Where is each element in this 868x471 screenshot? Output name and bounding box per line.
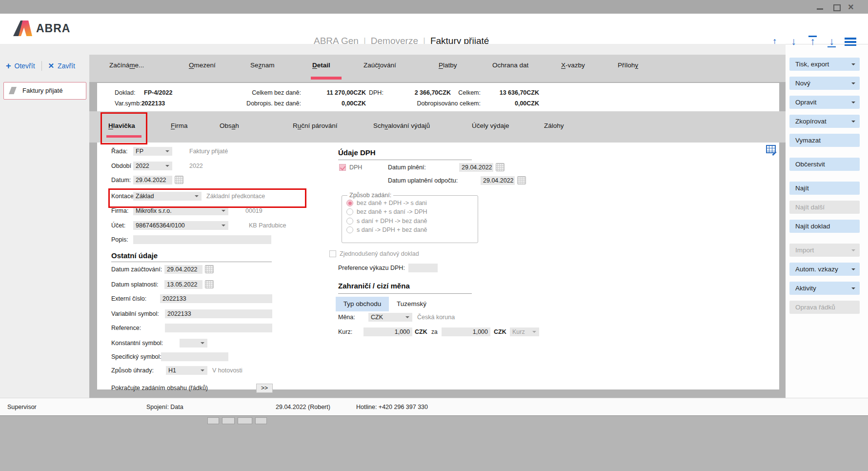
specificky-symbol-input[interactable] — [161, 352, 228, 361]
zkopirovat-button[interactable]: Zkopírovat — [789, 115, 860, 128]
dobropisovano-label: Dobropisováno celkem: — [412, 100, 481, 107]
mena-select[interactable]: CZK — [368, 313, 412, 322]
subtab-ucely-vydaje[interactable]: Účely výdaje — [472, 122, 509, 129]
tisk-export-button[interactable]: Tisk, export — [789, 58, 860, 71]
status-user: Supervisor — [7, 404, 37, 410]
open-button[interactable]: Otevřít — [15, 62, 35, 70]
calendar-icon[interactable] — [175, 176, 183, 184]
radio-icon — [346, 226, 353, 233]
radio-s-dani-dph-bez-dane[interactable]: s daní + DPH -> bez daně — [346, 218, 427, 225]
najit-button[interactable]: Najít — [789, 182, 860, 195]
tab-ochrana-dat[interactable]: Ochrana dat — [492, 61, 528, 69]
close-button[interactable]: Zavřít — [58, 62, 75, 70]
rada-select[interactable]: FP — [133, 147, 172, 156]
subtab-schvalovani-vydaju[interactable]: Schvalování výdajů — [373, 122, 430, 129]
section-rule — [338, 293, 472, 294]
radio-s-dani-dph-plus-bez-dane[interactable]: s daní -> DPH + bez daně — [346, 226, 427, 233]
reference-input[interactable] — [165, 324, 272, 332]
datum-plneni-input[interactable]: 29.04.2022 — [459, 163, 493, 172]
sidebar-item-faktury-prijate[interactable]: Faktury přijaté — [3, 82, 86, 100]
obcerstvit-button[interactable]: Občerstvit — [789, 158, 860, 171]
main-panel: Začínáme... Omezení Seznam Detail Zaúčto… — [89, 55, 786, 398]
tab-platby[interactable]: Platby — [439, 61, 457, 69]
zpusob-uhrady-select[interactable]: H1 — [166, 366, 207, 375]
zjednoduseny-label: Zjednodušený daňový doklad — [340, 249, 419, 258]
tab-detail[interactable]: Detail — [312, 61, 330, 69]
autom-vzkazy-button[interactable]: Autom. vzkazy — [789, 263, 860, 276]
subtab-hlavicka[interactable]: Hlavička — [108, 122, 135, 129]
externi-cislo-input[interactable]: 2022133 — [160, 294, 272, 303]
tab-prilohy[interactable]: Přílohy — [618, 61, 638, 69]
popis-input[interactable] — [133, 235, 271, 244]
agenda-icon — [9, 87, 17, 94]
last-record-icon[interactable]: ↓ — [826, 35, 838, 48]
detail-sub-tab-bar: Hlavička Firma Obsah Ruční párování Schv… — [89, 111, 786, 143]
subtab-zalohy[interactable]: Zálohy — [544, 122, 564, 129]
kontace-select[interactable]: Základ — [133, 192, 202, 201]
datum-input[interactable]: 29.04.2022 — [133, 176, 172, 184]
obdobi-select[interactable]: 2022 — [133, 162, 172, 170]
preference-vykazu-input[interactable] — [408, 264, 438, 272]
zpusob-zadani-legend: Způsob zadání: — [347, 192, 393, 199]
celkem-bez-dane-label: Celkem bez daně: — [214, 89, 301, 96]
dph-checkbox[interactable] — [339, 164, 346, 171]
ucet-select[interactable]: 9867465364/0100 — [133, 221, 228, 230]
calendar-icon[interactable] — [205, 265, 214, 273]
datum-splatnosti-label: Datum splatnosti: — [111, 280, 159, 289]
datum-splatnosti-input[interactable]: 13.05.2022 — [164, 280, 202, 289]
vymazat-button[interactable]: Vymazat — [789, 134, 860, 147]
radio-bez-dane-dph-s-dani[interactable]: bez daně + DPH -> s dani — [346, 200, 427, 206]
radio-icon — [346, 200, 353, 206]
app-window: × ABRA ABRA Gen|Demoverze|Faktury přijat… — [0, 0, 868, 471]
dph-checkbox-label: DPH — [349, 163, 362, 172]
datum-odpoctu-input[interactable]: 29.04.2022 — [481, 176, 515, 185]
typ-obchodu-button[interactable]: Typ obchodu — [336, 297, 389, 311]
novy-button[interactable]: Nový — [789, 77, 860, 90]
obdobi-label: Období — [111, 162, 131, 170]
first-record-icon[interactable]: ↑ — [807, 35, 819, 48]
subtab-firma[interactable]: Firma — [171, 122, 188, 129]
active-subtab-indicator — [106, 135, 141, 138]
datum-label: Datum: — [111, 176, 131, 184]
menu-icon[interactable] — [845, 38, 856, 46]
radio-bez-dane-s-dani-dph[interactable]: bez daně + s daní -> DPH — [346, 208, 427, 215]
typ-obchodu-value: Tuzemský — [397, 300, 426, 308]
continue-button[interactable]: >> — [256, 384, 273, 393]
tab-x-vazby[interactable]: X-vazby — [561, 61, 585, 69]
status-date-user: 29.04.2022 (Robert) — [276, 404, 330, 410]
variabilni-symbol-input[interactable]: 2022133 — [165, 309, 272, 318]
import-button[interactable]: Import — [789, 244, 860, 257]
rada-label: Řada: — [111, 147, 127, 156]
close-icon[interactable]: × — [848, 3, 859, 12]
subtab-obsah[interactable]: Obsah — [220, 122, 239, 129]
calendar-icon[interactable] — [496, 163, 505, 171]
subtab-rucni-parovani[interactable]: Ruční párování — [293, 122, 338, 129]
calendar-icon[interactable] — [205, 280, 214, 288]
tab-zaciname[interactable]: Začínáme... — [109, 61, 144, 69]
zjednoduseny-checkbox[interactable] — [329, 250, 336, 257]
tab-seznam[interactable]: Seznam — [250, 61, 275, 69]
tab-omezeni[interactable]: Omezení — [189, 61, 216, 69]
tab-zauctovani[interactable]: Zaúčtování — [363, 61, 396, 69]
next-record-icon[interactable]: ↓ — [787, 35, 800, 48]
aktivity-button[interactable]: Aktivity — [789, 282, 860, 295]
externi-cislo-label: Externí číslo: — [111, 294, 146, 303]
najit-dalsi-button[interactable]: Najít další — [789, 201, 860, 214]
kurz-unit-select[interactable]: Kurz — [510, 328, 539, 336]
calendar-icon[interactable] — [517, 176, 526, 184]
table-edit-icon[interactable] — [766, 145, 776, 153]
najit-doklad-button[interactable]: Najít doklad — [789, 220, 860, 233]
oprava-radku-button[interactable]: Oprava řádků — [789, 301, 860, 314]
main-tab-bar: Začínáme... Omezení Seznam Detail Zaúčto… — [89, 55, 786, 82]
opravit-button[interactable]: Opravit — [789, 96, 860, 109]
section-rule — [338, 160, 472, 160]
konstantni-symbol-select[interactable] — [180, 339, 207, 348]
datum-zauctovani-input[interactable]: 29.04.2022 — [164, 265, 202, 274]
kurz-value-input[interactable]: 1,000 — [363, 328, 412, 336]
maximize-icon[interactable] — [831, 3, 842, 12]
obdobi-helper: 2022 — [189, 162, 203, 170]
kurz-base-input[interactable]: 1,000 — [442, 328, 490, 336]
dph-label: DPH: — [369, 89, 384, 96]
firma-select[interactable]: Mikrofix s.r.o. — [133, 206, 228, 215]
minimize-icon[interactable] — [815, 3, 826, 12]
